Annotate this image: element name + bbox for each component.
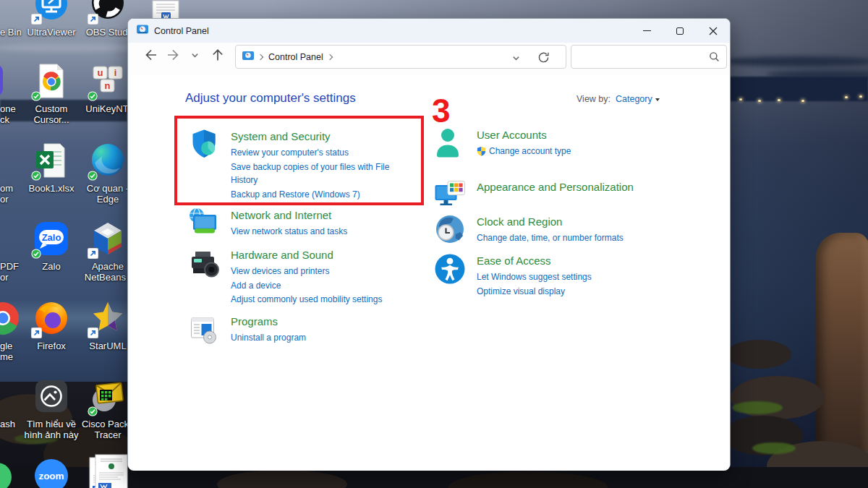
desktop-icon-firefox[interactable] bbox=[33, 299, 70, 337]
address-bar[interactable]: Control Panel bbox=[235, 45, 566, 69]
ease-access-icon[interactable] bbox=[433, 252, 467, 286]
appearance-icon[interactable] bbox=[433, 179, 467, 212]
category-hardware-and-sound: Hardware and SoundView devices and print… bbox=[187, 248, 382, 307]
shortcut-badge-icon bbox=[31, 328, 42, 338]
category-task-link[interactable]: Add a device bbox=[231, 279, 382, 293]
desktop-icon-packet-tracer[interactable] bbox=[89, 377, 127, 415]
breadcrumb-separator-icon bbox=[258, 53, 263, 59]
category-title[interactable]: Network and Internet bbox=[231, 208, 347, 222]
uac-shield-icon bbox=[477, 145, 486, 160]
desktop-icon-puzzle-app[interactable] bbox=[0, 377, 22, 415]
category-title[interactable]: Appearance and Personalization bbox=[477, 180, 634, 194]
check-badge-icon bbox=[88, 91, 98, 101]
desktop-icon-phone-app[interactable] bbox=[0, 62, 22, 100]
check-badge-icon bbox=[31, 249, 41, 259]
network-icon[interactable] bbox=[187, 207, 221, 240]
refresh-button[interactable] bbox=[537, 51, 550, 67]
clock-region-icon[interactable] bbox=[433, 213, 467, 247]
maximize-icon bbox=[676, 27, 684, 35]
category-title[interactable]: Hardware and Sound bbox=[231, 248, 382, 262]
search-icon[interactable] bbox=[709, 51, 720, 65]
shortcut-badge-icon bbox=[88, 248, 98, 259]
svg-text:zoom: zoom bbox=[38, 471, 64, 481]
maximize-button[interactable] bbox=[663, 19, 697, 43]
shortcut-badge-icon bbox=[31, 14, 42, 25]
category-task-link[interactable]: Let Windows suggest settings bbox=[477, 270, 592, 284]
desktop-icon-custom-cursor[interactable] bbox=[33, 62, 70, 100]
document-preview-icon[interactable] bbox=[95, 454, 128, 488]
address-dropdown-button[interactable] bbox=[511, 53, 521, 66]
category-user-accounts: User AccountsChange account type bbox=[433, 128, 571, 160]
svg-text:n: n bbox=[105, 80, 111, 91]
back-icon bbox=[142, 47, 158, 63]
search-input[interactable] bbox=[577, 48, 705, 66]
chevron-down-icon bbox=[511, 53, 521, 63]
desktop-icon-zalo[interactable]: Zalo bbox=[33, 220, 70, 257]
desktop-icon-edge-coquan[interactable] bbox=[89, 142, 127, 179]
category-title[interactable]: User Accounts bbox=[477, 128, 571, 142]
back-button[interactable] bbox=[142, 47, 158, 66]
category-title[interactable]: Clock and Region bbox=[477, 215, 624, 228]
desktop-icon-staruml[interactable] bbox=[89, 299, 127, 337]
category-title[interactable]: Programs bbox=[231, 314, 306, 328]
desktop-icon-recycle-bin[interactable] bbox=[0, 0, 22, 23]
desktop-icon-ultraviewer[interactable] bbox=[33, 0, 70, 23]
shortcut-badge-icon bbox=[88, 14, 98, 25]
window-title: Control Panel bbox=[154, 26, 209, 36]
svg-text:u: u bbox=[98, 67, 103, 78]
desktop-icon-zoom[interactable]: zoom bbox=[33, 457, 70, 488]
check-badge-icon bbox=[88, 171, 98, 181]
navigation-bar: Control Panel bbox=[128, 43, 730, 75]
forward-button[interactable] bbox=[166, 47, 182, 66]
user-accounts-icon[interactable] bbox=[433, 127, 467, 160]
category-task-link[interactable]: Backup and Restore (Windows 7) bbox=[231, 188, 415, 202]
breadcrumb-separator-icon[interactable] bbox=[327, 53, 333, 59]
security-shield-icon[interactable] bbox=[187, 128, 221, 161]
caret-down-icon bbox=[655, 98, 660, 101]
category-title[interactable]: Ease of Access bbox=[477, 254, 592, 267]
minimize-icon bbox=[643, 30, 651, 31]
category-title[interactable]: System and Security bbox=[231, 129, 415, 143]
category-task-link[interactable]: Optimize visual display bbox=[477, 285, 592, 299]
category-task-link[interactable]: Save backup copies of your files with Fi… bbox=[231, 160, 415, 187]
titlebar[interactable]: Control Panel bbox=[128, 19, 730, 43]
desktop: { "desktop": { "icons": [ { "id": "recyc… bbox=[0, 0, 868, 488]
check-badge-icon bbox=[88, 406, 98, 416]
desktop-icon-obs-studio[interactable] bbox=[89, 0, 127, 23]
close-icon bbox=[709, 27, 718, 35]
category-task-link[interactable]: Change date, time, or number formats bbox=[477, 231, 624, 245]
close-button[interactable] bbox=[697, 19, 730, 43]
desktop-icon-excel-book[interactable] bbox=[33, 142, 70, 179]
desktop-icon-chrome-app[interactable] bbox=[0, 299, 22, 337]
desktop-icon-netbeans[interactable] bbox=[89, 220, 127, 257]
control-panel-content: Adjust your computer's settings View by:… bbox=[128, 75, 730, 471]
desktop-icon-dark-app[interactable] bbox=[0, 142, 22, 179]
category-network-and-internet: Network and InternetView network status … bbox=[187, 208, 347, 240]
up-button[interactable] bbox=[210, 47, 226, 66]
desktop-icon-photo-info[interactable] bbox=[33, 377, 70, 415]
category-appearance-and-personalization: Appearance and Personalization bbox=[433, 180, 634, 212]
category-task-link[interactable]: View network status and tasks bbox=[231, 225, 347, 239]
category-task-link[interactable]: Adjust commonly used mobility settings bbox=[231, 293, 382, 307]
view-by-dropdown[interactable]: Category bbox=[616, 94, 660, 104]
desktop-icon-unikey[interactable]: uin bbox=[89, 62, 127, 100]
breadcrumb-item[interactable]: Control Panel bbox=[268, 52, 323, 62]
category-task-link[interactable]: Review your computer's status bbox=[231, 146, 415, 160]
view-by-label: View by: bbox=[576, 94, 610, 104]
recent-pages-button[interactable] bbox=[190, 50, 200, 63]
page-title: Adjust your computer's settings bbox=[185, 91, 356, 106]
forward-icon bbox=[166, 47, 182, 63]
desktop-icon-pdf-app[interactable] bbox=[0, 220, 22, 257]
search-box bbox=[571, 45, 727, 69]
category-task-link[interactable]: Uninstall a program bbox=[231, 331, 306, 345]
minimize-button[interactable] bbox=[630, 19, 663, 43]
programs-icon[interactable] bbox=[187, 313, 221, 346]
svg-text:i: i bbox=[114, 67, 117, 78]
hardware-icon[interactable] bbox=[187, 247, 221, 280]
check-badge-icon bbox=[31, 91, 41, 101]
desktop-icon-green-app[interactable] bbox=[0, 457, 22, 488]
category-task-link[interactable]: Change account type bbox=[477, 145, 571, 160]
category-task-link[interactable]: View devices and printers bbox=[231, 265, 382, 278]
breadcrumb-app-icon bbox=[242, 51, 254, 64]
shortcut-badge-icon bbox=[88, 328, 98, 338]
